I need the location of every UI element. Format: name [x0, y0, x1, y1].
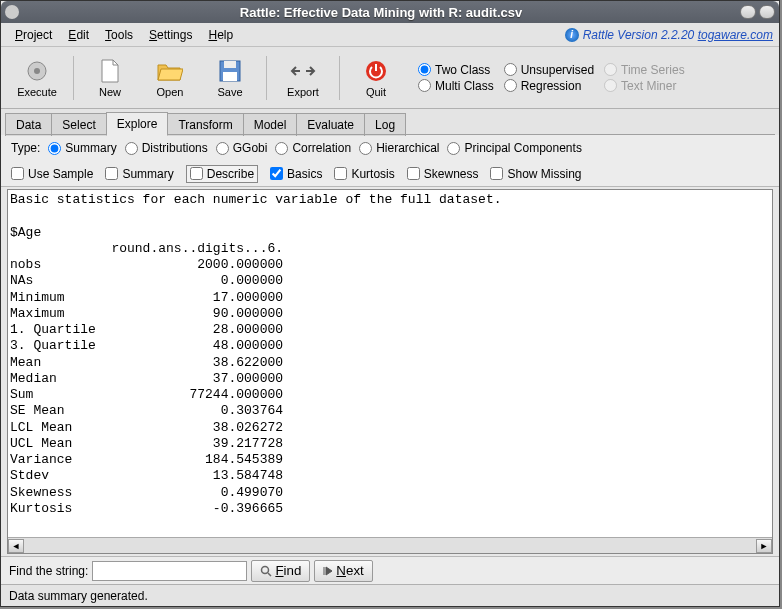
opt-skewness[interactable]: Skewness — [407, 167, 479, 181]
opt-basics[interactable]: Basics — [270, 167, 322, 181]
mode-radio-group: Two Class Unsupervised Time Series Multi… — [418, 63, 685, 93]
quit-button[interactable]: Quit — [346, 51, 406, 105]
tab-select[interactable]: Select — [51, 113, 106, 136]
next-icon — [323, 566, 333, 576]
tab-explore[interactable]: Explore — [106, 112, 169, 136]
type-principal-components[interactable]: Principal Components — [447, 141, 581, 155]
separator — [73, 56, 74, 100]
tab-data[interactable]: Data — [5, 113, 52, 136]
type-correlation[interactable]: Correlation — [275, 141, 351, 155]
tabbar: Data Select Explore Transform Model Eval… — [1, 109, 779, 135]
output-panel: Basic statistics for each numeric variab… — [7, 189, 773, 554]
svg-point-6 — [262, 566, 269, 573]
new-button[interactable]: New — [80, 51, 140, 105]
app-icon — [5, 5, 19, 19]
opt-show-missing[interactable]: Show Missing — [490, 167, 581, 181]
version-info: i Rattle Version 2.2.20 togaware.com — [565, 28, 773, 42]
opt-kurtosis[interactable]: Kurtosis — [334, 167, 394, 181]
mode-multi-class[interactable]: Multi Class — [418, 79, 494, 93]
maximize-button[interactable] — [759, 5, 775, 19]
info-icon: i — [565, 28, 579, 42]
menu-tools[interactable]: Tools — [97, 26, 141, 44]
export-button[interactable]: Export — [273, 51, 333, 105]
find-bar: Find the string: Find Next — [1, 556, 779, 584]
menu-help[interactable]: Help — [200, 26, 241, 44]
window-title: Rattle: Effective Data Mining with R: au… — [25, 5, 737, 20]
scroll-right-icon[interactable]: ► — [756, 539, 772, 553]
mode-two-class[interactable]: Two Class — [418, 63, 494, 77]
svg-rect-3 — [224, 61, 236, 68]
type-summary[interactable]: Summary — [48, 141, 116, 155]
file-icon — [97, 58, 123, 84]
tab-log[interactable]: Log — [364, 113, 406, 136]
tab-transform[interactable]: Transform — [167, 113, 243, 136]
type-bar: Type: Summary Distributions GGobi Correl… — [1, 135, 779, 161]
convert-icon — [290, 58, 316, 84]
togaware-link[interactable]: togaware.com — [698, 28, 773, 42]
main-window: Rattle: Effective Data Mining with R: au… — [0, 0, 780, 607]
type-label: Type: — [11, 141, 40, 155]
svg-point-1 — [34, 68, 40, 74]
separator — [266, 56, 267, 100]
scroll-left-icon[interactable]: ◄ — [8, 539, 24, 553]
mode-time-series[interactable]: Time Series — [604, 63, 685, 77]
opt-describe[interactable]: Describe — [186, 165, 258, 183]
open-button[interactable]: Open — [140, 51, 200, 105]
mode-text-miner[interactable]: Text Miner — [604, 79, 685, 93]
opt-use-sample[interactable]: Use Sample — [11, 167, 93, 181]
mode-unsupervised[interactable]: Unsupervised — [504, 63, 594, 77]
search-icon — [260, 565, 272, 577]
save-button[interactable]: Save — [200, 51, 260, 105]
next-button[interactable]: Next — [314, 560, 372, 582]
separator — [339, 56, 340, 100]
find-button[interactable]: Find — [251, 560, 310, 582]
type-ggobi[interactable]: GGobi — [216, 141, 268, 155]
opt-summary[interactable]: Summary — [105, 167, 173, 181]
svg-rect-4 — [223, 72, 237, 81]
status-text: Data summary generated. — [9, 589, 148, 603]
menubar: Project Edit Tools Settings Help i Rattl… — [1, 23, 779, 47]
minimize-button[interactable] — [740, 5, 756, 19]
floppy-icon — [217, 58, 243, 84]
folder-open-icon — [157, 58, 183, 84]
type-hierarchical[interactable]: Hierarchical — [359, 141, 439, 155]
find-input[interactable] — [92, 561, 247, 581]
mode-regression[interactable]: Regression — [504, 79, 594, 93]
menu-settings[interactable]: Settings — [141, 26, 200, 44]
power-icon — [363, 58, 389, 84]
type-distributions[interactable]: Distributions — [125, 141, 208, 155]
find-label: Find the string: — [9, 564, 88, 578]
options-bar: Use Sample Summary Describe Basics Kurto… — [1, 161, 779, 187]
h-scrollbar[interactable]: ◄ ► — [8, 537, 772, 553]
tab-evaluate[interactable]: Evaluate — [296, 113, 365, 136]
toolbar: Execute New Open Save Export Quit Two Cl… — [1, 47, 779, 109]
gear-icon — [24, 58, 50, 84]
menu-edit[interactable]: Edit — [60, 26, 97, 44]
output-text[interactable]: Basic statistics for each numeric variab… — [8, 190, 772, 537]
titlebar: Rattle: Effective Data Mining with R: au… — [1, 1, 779, 23]
execute-button[interactable]: Execute — [7, 51, 67, 105]
statusbar: Data summary generated. — [1, 584, 779, 606]
tab-model[interactable]: Model — [243, 113, 298, 136]
menu-project[interactable]: Project — [7, 26, 60, 44]
